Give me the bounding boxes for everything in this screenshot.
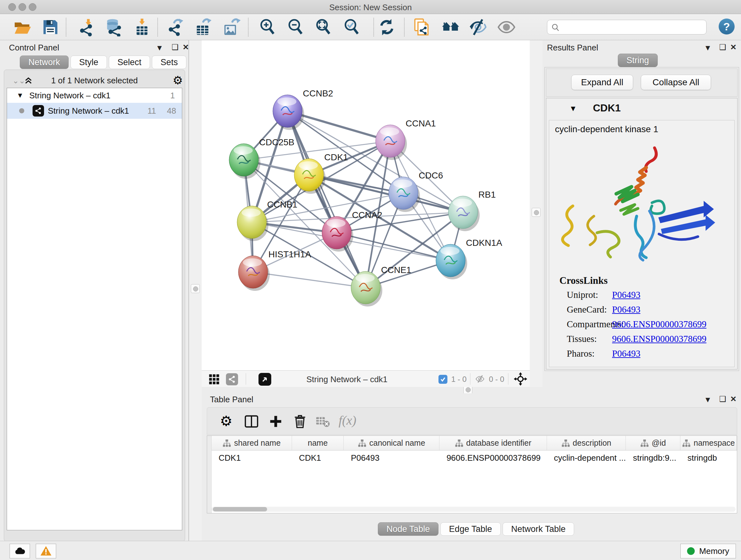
node-CDKN1A[interactable]: [436, 244, 467, 279]
zoom-out-button[interactable]: [286, 18, 305, 37]
node-CCNB2[interactable]: [273, 95, 304, 130]
delete-column-icon[interactable]: [293, 414, 307, 429]
left-splitter[interactable]: [189, 40, 202, 541]
scrollbar-thumb[interactable]: [213, 507, 267, 511]
save-session-button[interactable]: [41, 18, 60, 37]
hide-details-button[interactable]: [469, 18, 487, 37]
tab-network-table[interactable]: Network Table: [502, 522, 575, 536]
crosslink-link[interactable]: P06493: [612, 290, 641, 300]
table-cell[interactable]: CDK1: [292, 450, 344, 465]
table-cell[interactable]: P06493: [344, 450, 440, 465]
crosslink-link[interactable]: 9606.ENSP00000378699: [612, 334, 706, 344]
table-data-row[interactable]: CDK1CDK1P064939606.ENSP00000378699cyclin…: [212, 450, 737, 465]
column-header-namespace[interactable]: namespace: [680, 436, 737, 450]
float-table-icon[interactable]: ❑: [719, 395, 726, 403]
export-table-button[interactable]: [194, 18, 212, 37]
toolbar-separator: [248, 18, 249, 37]
cloud-status-button[interactable]: [10, 544, 30, 558]
options-gear-icon[interactable]: ⚙: [173, 74, 183, 87]
open-session-button[interactable]: [13, 18, 31, 37]
crosslink-row: Pharos:P06493: [567, 348, 733, 359]
column-header-database-identifier[interactable]: database identifier: [440, 436, 547, 450]
grid-view-icon[interactable]: [209, 374, 219, 385]
close-results-icon[interactable]: ✕: [730, 43, 737, 52]
network-row-selected[interactable]: String Network – cdk1 11 48: [7, 103, 182, 119]
warnings-button[interactable]: [36, 544, 56, 558]
control-panel: Control Panel ▼ ❑ ✕ NetworkStyleSelectSe…: [0, 40, 189, 541]
table-horizontal-scrollbar[interactable]: [212, 507, 736, 512]
table-cell[interactable]: stringdb: [680, 450, 737, 465]
home-button[interactable]: [441, 18, 460, 37]
zoom-selected-button[interactable]: [343, 18, 361, 37]
node-CCNE1[interactable]: [351, 271, 382, 307]
edge-HIST1H1A-CCNE1[interactable]: [253, 272, 366, 288]
crosslink-link[interactable]: 9606.ENSP00000378699: [612, 319, 706, 329]
node-CCNA1[interactable]: [376, 125, 407, 160]
right-splitter[interactable]: [530, 40, 542, 388]
tree-expand-icon[interactable]: ▼: [17, 91, 23, 100]
refresh-view-button[interactable]: [378, 18, 396, 37]
collapse-all-button[interactable]: Collapse All: [641, 75, 711, 90]
export-image-button[interactable]: [222, 18, 241, 37]
selected-checkbox-icon[interactable]: [439, 375, 448, 384]
add-column-icon[interactable]: [268, 414, 283, 429]
import-table-file-button[interactable]: [133, 18, 151, 37]
collapse-table-icon[interactable]: ▼: [704, 395, 712, 404]
collapse-panel-icon[interactable]: ▼: [156, 44, 163, 52]
pan-crosshair-icon[interactable]: [514, 372, 527, 386]
node-RB1[interactable]: [448, 196, 480, 231]
expand-all-button[interactable]: Expand All: [571, 75, 633, 90]
table-cell[interactable]: cyclin-dependent ...: [547, 450, 626, 465]
column-header-shared-name[interactable]: shared name: [212, 436, 292, 450]
float-results-icon[interactable]: ❑: [719, 43, 726, 52]
network-style-icon[interactable]: [226, 373, 238, 385]
edge-CCNB2-CCNE1[interactable]: [287, 111, 366, 288]
table-cell[interactable]: 9606.ENSP00000378699: [440, 450, 547, 465]
node-CDC6[interactable]: [389, 177, 420, 212]
tab-string[interactable]: String: [618, 54, 658, 67]
column-header-description[interactable]: description: [547, 436, 626, 450]
tab-select[interactable]: Select: [109, 56, 150, 69]
node-HIST1H1A[interactable]: [239, 256, 270, 291]
network-collection-row[interactable]: ▼ String Network – cdk1 1: [7, 88, 182, 103]
node-CDK1[interactable]: [294, 159, 326, 194]
collapse-results-icon[interactable]: ▼: [704, 44, 712, 52]
close-table-icon[interactable]: ✕: [730, 395, 737, 403]
gene-collapse-icon[interactable]: ▼: [569, 104, 577, 113]
left-splitter-handle[interactable]: [191, 284, 200, 293]
node-CDC25B[interactable]: [229, 144, 260, 179]
search-input[interactable]: [547, 20, 706, 35]
import-network-database-button[interactable]: [104, 18, 123, 37]
column-header-canonical-name[interactable]: canonical name: [344, 436, 440, 450]
tab-edge-table[interactable]: Edge Table: [441, 522, 501, 536]
zoom-fit-button[interactable]: [314, 18, 333, 37]
column-header-name[interactable]: name: [292, 436, 344, 450]
column-header-@id[interactable]: @id: [626, 436, 680, 450]
horizontal-splitter[interactable]: [202, 387, 741, 393]
zoom-in-button[interactable]: [259, 18, 277, 37]
crosslink-link[interactable]: P06493: [612, 348, 641, 359]
float-panel-icon[interactable]: ❑: [172, 43, 179, 52]
tab-node-table[interactable]: Node Table: [378, 522, 439, 536]
duplicate-network-button[interactable]: [413, 18, 431, 37]
table-cell[interactable]: CDK1: [212, 450, 292, 465]
help-button[interactable]: ?: [719, 18, 735, 35]
tab-sets[interactable]: Sets: [152, 56, 186, 69]
network-canvas[interactable]: CCNB2CCNA1CDC25BCDK1CDC6RB1CCNB1CCNA2CDK…: [202, 40, 530, 370]
tab-network[interactable]: Network: [20, 56, 69, 69]
memory-button[interactable]: Memory: [680, 544, 736, 558]
node-table[interactable]: shared namenamecanonical namedatabase id…: [207, 435, 737, 513]
export-network-button[interactable]: [166, 18, 185, 37]
import-network-file-button[interactable]: [77, 18, 96, 37]
tab-style[interactable]: Style: [71, 56, 107, 69]
show-columns-icon[interactable]: [244, 414, 259, 429]
birds-eye-view-icon[interactable]: [259, 373, 271, 386]
table-options-gear-icon[interactable]: ⚙: [220, 414, 234, 429]
gene-header-row[interactable]: ▼ CDK1: [546, 98, 737, 119]
show-details-button[interactable]: [497, 18, 516, 37]
table-cell[interactable]: stringdb:9...: [626, 450, 680, 465]
results-list: ▼ CDK1 cyclin-dependent kinase 1: [546, 98, 738, 369]
crosslink-link[interactable]: P06493: [612, 304, 641, 315]
close-panel-icon[interactable]: ✕: [183, 43, 189, 52]
right-splitter-handle[interactable]: [532, 208, 541, 217]
